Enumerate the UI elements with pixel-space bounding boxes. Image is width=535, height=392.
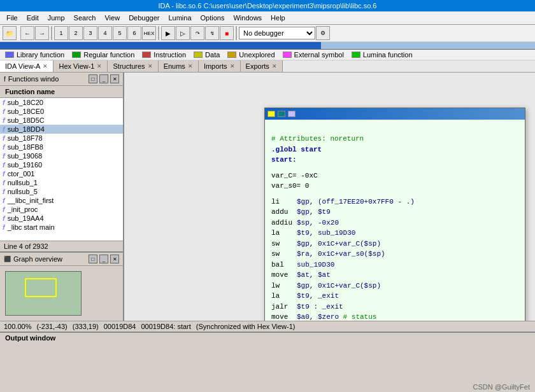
func-list-item[interactable]: f_init_proc: [0, 205, 123, 214]
func-item-icon: f: [3, 170, 5, 178]
tab-ida-view-a[interactable]: IDA View-A ✕: [0, 60, 54, 73]
tb-back[interactable]: ←: [20, 26, 34, 40]
func-item-name: nullsub_1: [8, 179, 38, 186]
tab-struct-close[interactable]: ✕: [148, 63, 153, 69]
func-list-item[interactable]: fnullsub_1: [0, 178, 123, 187]
status-bar: 100.00% (-231,-43) (333,19) 00019D84 000…: [0, 321, 535, 332]
watermark-text: CSDN @GuiltyFet: [473, 383, 530, 391]
code-line-5: sw$ra, 0x1C+var_s0($sp): [271, 249, 518, 260]
tab-exports-close[interactable]: ✕: [272, 63, 277, 69]
func-list-item[interactable]: fsub_19068: [0, 151, 123, 160]
graph-btn-close[interactable]: ✕: [110, 255, 119, 263]
tb-3[interactable]: 3: [83, 26, 97, 40]
code-operands: $a0, $zero: [297, 313, 339, 321]
menu-options[interactable]: Options: [197, 13, 229, 23]
func-icon-small: f: [4, 76, 6, 83]
tb-2[interactable]: 2: [69, 26, 83, 40]
tab-enums[interactable]: Enums ✕: [159, 60, 199, 72]
func-list-item[interactable]: fsub_18CE0: [0, 107, 123, 116]
menu-windows[interactable]: Windows: [229, 13, 266, 23]
func-btn-2[interactable]: _: [99, 74, 108, 83]
code-var2-line: var_s0= 0: [271, 181, 518, 192]
func-list-item[interactable]: fctor_001: [0, 169, 123, 178]
tab-imports-close[interactable]: ✕: [230, 63, 235, 69]
legend-data-color: [194, 52, 203, 58]
tb-step[interactable]: ↷: [190, 26, 204, 40]
tab-imports[interactable]: Imports ✕: [199, 60, 241, 72]
menu-lumina[interactable]: Lumina: [164, 13, 195, 23]
code-mnemonic: move: [271, 270, 297, 281]
function-list[interactable]: fsub_18C20fsub_18CE0fsub_18D5Cfsub_18DD4…: [0, 98, 123, 241]
tb-open[interactable]: 📁: [3, 26, 17, 40]
code-mnemonic: li: [271, 197, 297, 207]
graph-minimap[interactable]: [5, 271, 82, 316]
menu-debugger[interactable]: Debugger: [125, 13, 163, 23]
func-list-item[interactable]: fsub_19AA4: [0, 214, 123, 223]
tb-stop[interactable]: ■: [220, 26, 234, 40]
tab-structures[interactable]: Structures ✕: [108, 60, 158, 72]
menu-jump[interactable]: Jump: [44, 13, 69, 23]
code-start-label: start:: [271, 156, 297, 164]
legend-lumina-color: [352, 52, 360, 58]
legend-library: Library function: [5, 51, 64, 59]
func-list-item[interactable]: f__libc_init_first: [0, 196, 123, 205]
legend-instruction-label: Instruction: [153, 51, 186, 59]
code-line-7: move$at, $at: [271, 270, 518, 281]
code-body: # Attributes: noreturn .globl start star…: [265, 120, 525, 321]
legend-regular-color: [72, 52, 81, 58]
tab-enums-label: Enums: [164, 62, 185, 70]
tb-run2[interactable]: ▷: [176, 26, 190, 40]
line-info: Line 4 of 2932: [0, 241, 123, 251]
menu-help[interactable]: Help: [267, 13, 289, 23]
tab-ida-close[interactable]: ✕: [43, 63, 48, 69]
graph-btn-float[interactable]: □: [89, 255, 97, 263]
tb-4[interactable]: 4: [98, 26, 112, 40]
func-list-item[interactable]: fsub_18FB8: [0, 143, 123, 151]
functions-window-title-area: f Functions windo: [4, 75, 59, 83]
functions-header-buttons: □ _ ✕: [89, 74, 119, 83]
menu-file[interactable]: File: [3, 13, 22, 23]
ida-view-content[interactable]: # Attributes: noreturn .globl start star…: [124, 73, 535, 321]
tab-hex-close[interactable]: ✕: [97, 63, 102, 69]
tb-6[interactable]: 6: [127, 26, 141, 40]
status-coords: (-231,-43): [36, 323, 67, 330]
func-list-item[interactable]: fsub_19160: [0, 160, 123, 169]
tb-step2[interactable]: ↯: [205, 26, 219, 40]
func-list-item[interactable]: fsub_18DD4: [0, 125, 123, 134]
menu-view[interactable]: View: [101, 13, 124, 23]
debugger-select[interactable]: No debugger: [239, 27, 315, 39]
menu-search[interactable]: Search: [70, 13, 100, 23]
code-line-2: addiu$sp, -0x20: [271, 218, 518, 228]
func-item-name: sub_18DD4: [8, 125, 45, 133]
func-list-item[interactable]: fnullsub_5: [0, 187, 123, 196]
func-list-item[interactable]: fsub_18D5C: [0, 116, 123, 125]
code-mnemonic: jalr: [271, 302, 297, 312]
func-item-icon: f: [3, 161, 5, 169]
graph-header-buttons: □ _ ✕: [89, 255, 119, 263]
graph-btn-min[interactable]: _: [99, 255, 108, 263]
tb-forward[interactable]: →: [35, 26, 49, 40]
code-var1-line: var_C= -0xC: [271, 171, 518, 181]
func-list-item[interactable]: fsub_18F78: [0, 134, 123, 143]
legend-lumina: Lumina function: [352, 51, 413, 59]
func-list-item[interactable]: fsub_18C20: [0, 98, 123, 107]
func-item-icon: f: [3, 143, 5, 151]
tab-enums-close[interactable]: ✕: [188, 63, 193, 69]
tb-1[interactable]: 1: [54, 26, 68, 40]
tb-run[interactable]: ▶: [161, 26, 175, 40]
code-window[interactable]: # Attributes: noreturn .globl start star…: [264, 108, 525, 321]
status-zoom: 100.00%: [4, 323, 31, 330]
func-btn-close[interactable]: ✕: [110, 74, 119, 83]
functions-window-header: f Functions windo □ _ ✕: [0, 73, 123, 86]
code-mnemonic: addiu: [271, 218, 297, 228]
func-item-name: sub_19160: [8, 161, 42, 169]
menu-edit[interactable]: Edit: [23, 13, 43, 23]
tb-hex[interactable]: HEX: [142, 26, 156, 40]
func-list-item[interactable]: f_libc start main: [0, 223, 123, 232]
tb-5[interactable]: 5: [113, 26, 127, 40]
tab-exports[interactable]: Exports ✕: [241, 60, 283, 72]
code-mnemonic: move: [271, 312, 297, 321]
func-btn-1[interactable]: □: [89, 74, 97, 83]
tab-hex-view[interactable]: Hex View-1 ✕: [54, 60, 108, 72]
tb-dbg-settings[interactable]: ⚙: [316, 26, 330, 40]
